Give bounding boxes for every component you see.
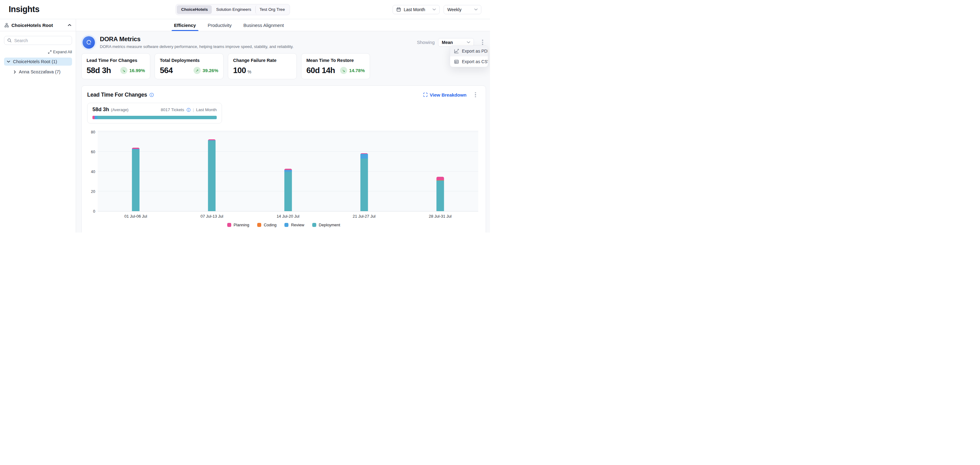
summary-divider: | — [193, 107, 194, 112]
export-menu: Export as PDFExport as CSV — [450, 45, 488, 67]
legend-swatch — [312, 223, 316, 227]
bar-segment-deployment — [284, 172, 292, 211]
granularity-select[interactable]: Weekly — [444, 5, 481, 14]
menu-item-export-as-csv[interactable]: Export as CSV — [450, 56, 488, 67]
legend-label: Review — [291, 222, 304, 227]
trend-down-icon: ↘ — [340, 67, 347, 74]
legend-item-deployment[interactable]: Deployment — [312, 222, 340, 227]
summary-period: Last Month — [196, 107, 217, 112]
metric-card: Change Failure Rate100% — [228, 53, 297, 79]
metric-value: 58d 3h — [87, 66, 111, 75]
progress-segment-deployment — [97, 116, 217, 119]
metric-card-value-row: 60d 14h↘14.78% — [306, 66, 365, 75]
legend-swatch — [257, 223, 261, 227]
metric-cards: Lead Time For Changes58d 3h↘16.99%Total … — [81, 53, 486, 79]
menu-item-label: Export as PDF — [462, 49, 488, 54]
trend-indicator: ↘16.99% — [120, 67, 145, 74]
trend-up-icon: ↗ — [194, 67, 200, 74]
x-axis-tick-label: 01 Jul-06 Jul — [124, 214, 147, 219]
tab-business-alignment[interactable]: Business Alignment — [243, 19, 284, 31]
menu-item-label: Export as CSV — [462, 59, 488, 64]
lead-time-card: Lead Time For Changes — [81, 85, 486, 232]
progress-segment-review — [95, 116, 97, 119]
bar-segment-deployment — [132, 150, 140, 211]
org-tree-icon — [4, 23, 9, 27]
mean-value: Mean — [442, 40, 453, 45]
chart-plot-area: 01 Jul-06 Jul07 Jul-13 Jul14 Jul-20 Jul2… — [98, 130, 478, 211]
org-tree-sidebar: ChoiceHotels Root — [0, 19, 76, 232]
chart-card-title: Lead Time For Changes — [87, 92, 147, 98]
insights-app: Insights ChoiceHotelsSolution EngineersT… — [0, 0, 490, 232]
top-bar: Insights ChoiceHotelsSolution EngineersT… — [0, 0, 490, 19]
dora-titles: DORA Metrics DORA metrics measure softwa… — [100, 35, 294, 49]
expand-all-button[interactable]: Expand All — [4, 50, 72, 54]
org-tab-solution-engineers[interactable]: Solution Engineers — [212, 5, 255, 14]
metric-card: Lead Time For Changes58d 3h↘16.99% — [81, 53, 150, 79]
legend-label: Planning — [234, 222, 250, 227]
metric-card-title: Lead Time For Changes — [87, 58, 145, 63]
legend-item-planning[interactable]: Planning — [227, 222, 250, 227]
bar-28-jul-31-jul[interactable] — [436, 177, 444, 211]
org-tab-choicehotels[interactable]: ChoiceHotels — [177, 5, 212, 14]
info-icon[interactable] — [149, 93, 154, 97]
trend-percentage: 14.78% — [349, 68, 365, 73]
bar-21-jul-27-jul[interactable] — [360, 153, 368, 211]
tab-productivity[interactable]: Productivity — [208, 19, 232, 31]
legend-label: Coding — [264, 222, 276, 227]
legend-item-coding[interactable]: Coding — [257, 222, 276, 227]
bar-segment-review — [360, 154, 368, 158]
expand-corners-icon — [423, 93, 428, 97]
granularity-value: Weekly — [447, 7, 461, 12]
tree-item-label: ChoiceHotels Root (1) — [13, 59, 57, 64]
main-area: EfficiencyProductivityBusiness Alignment… — [76, 19, 490, 232]
dora-subtitle: DORA metrics measure software delivery p… — [100, 44, 294, 49]
metric-value: 100 — [233, 66, 246, 75]
metric-card-title: Mean Time To Restore — [306, 58, 365, 63]
tree-item-label: Anna Scozzafava (7) — [19, 69, 60, 74]
trend-indicator: ↗39.26% — [194, 67, 218, 74]
legend-swatch — [227, 223, 231, 227]
tree-item[interactable]: Anna Scozzafava (7) — [11, 68, 72, 76]
metric-card-title: Total Deployments — [160, 58, 218, 63]
sidebar-root-label: ChoiceHotels Root — [11, 22, 53, 28]
summary-value: 58d 3h — [92, 107, 109, 113]
metric-card-value-row: 100% — [233, 66, 291, 75]
sidebar-collapse-button[interactable] — [68, 24, 72, 26]
y-axis-tick-label: 40 — [82, 169, 95, 174]
tickets-count: 8017 Tickets — [161, 107, 184, 112]
metric-card: Total Deployments564↗39.26% — [154, 53, 224, 79]
expand-all-label: Expand All — [53, 50, 72, 54]
menu-item-export-as-pdf[interactable]: Export as PDF — [450, 46, 488, 56]
bar-07-jul-13-jul[interactable] — [208, 139, 216, 211]
showing-label: Showing — [417, 40, 435, 45]
y-axis-tick-label: 60 — [82, 150, 95, 154]
x-axis-tick-label: 07 Jul-13 Jul — [200, 214, 223, 219]
legend-label: Deployment — [319, 222, 340, 227]
chart-line-icon — [454, 49, 459, 54]
tree-item[interactable]: ChoiceHotels Root (1) — [4, 58, 72, 66]
metric-value: 60d 14h — [306, 66, 335, 75]
chart-kebab-menu-button[interactable] — [472, 90, 479, 99]
y-axis-tick-label: 20 — [82, 190, 95, 194]
bar-segment-deployment — [360, 158, 368, 211]
phase-progress-bar — [92, 116, 217, 119]
topbar-controls: Last Month Weekly — [393, 5, 481, 14]
tab-efficiency[interactable]: Efficiency — [174, 19, 196, 31]
view-breakdown-button[interactable]: View Breakdown — [423, 92, 466, 97]
search-input[interactable] — [4, 36, 72, 45]
gridline — [98, 131, 478, 132]
date-range-select[interactable]: Last Month — [393, 5, 440, 14]
trend-percentage: 16.99% — [129, 68, 145, 73]
metric-card-value-row: 58d 3h↘16.99% — [87, 66, 145, 75]
y-axis-tick-label: 0 — [82, 209, 95, 214]
info-icon[interactable] — [186, 108, 191, 112]
legend-item-review[interactable]: Review — [285, 222, 304, 227]
trend-percentage: 39.26% — [202, 68, 218, 73]
legend-swatch — [285, 223, 288, 227]
bar-14-jul-20-jul[interactable] — [284, 169, 292, 211]
bar-segment-deployment — [436, 181, 444, 211]
org-tab-test-org-tree[interactable]: Test Org Tree — [255, 5, 289, 14]
dora-header: DORA Metrics DORA metrics measure softwa… — [81, 34, 486, 53]
bar-01-jul-06-jul[interactable] — [132, 148, 140, 211]
chart-card-title-row: Lead Time For Changes — [87, 92, 154, 98]
